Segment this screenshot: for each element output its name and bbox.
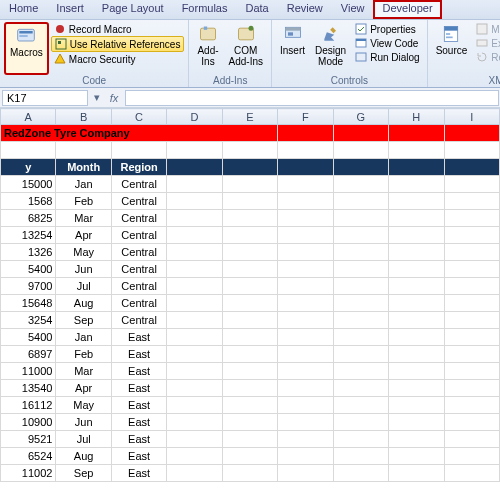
value-cell[interactable]: 1568	[1, 193, 56, 210]
cell[interactable]	[444, 448, 500, 465]
run-dialog-button[interactable]: Run Dialog	[352, 50, 422, 64]
cell[interactable]	[167, 380, 222, 397]
tab-page-layout[interactable]: Page Layout	[93, 0, 173, 19]
value-cell[interactable]: 11002	[1, 465, 56, 482]
region-cell[interactable]: East	[111, 448, 166, 465]
month-cell[interactable]: Aug	[56, 448, 111, 465]
value-cell[interactable]: 11000	[1, 363, 56, 380]
cell[interactable]	[333, 244, 388, 261]
cell[interactable]	[111, 142, 166, 159]
month-cell[interactable]: Jul	[56, 431, 111, 448]
cell[interactable]	[222, 210, 277, 227]
value-cell[interactable]: 6524	[1, 448, 56, 465]
cell[interactable]	[389, 414, 444, 431]
cell[interactable]	[389, 295, 444, 312]
cell[interactable]	[389, 312, 444, 329]
value-cell[interactable]: 3254	[1, 312, 56, 329]
cell[interactable]	[222, 414, 277, 431]
cell[interactable]	[389, 142, 444, 159]
cell[interactable]	[444, 261, 500, 278]
cell[interactable]	[333, 176, 388, 193]
macros-button[interactable]: Macros	[4, 22, 49, 75]
cell[interactable]	[167, 176, 222, 193]
cell[interactable]	[222, 465, 277, 482]
value-cell[interactable]: 6897	[1, 346, 56, 363]
cell[interactable]	[222, 278, 277, 295]
tab-insert[interactable]: Insert	[47, 0, 93, 19]
region-cell[interactable]: East	[111, 329, 166, 346]
value-cell[interactable]: 15648	[1, 295, 56, 312]
cell[interactable]	[333, 142, 388, 159]
table-header[interactable]: Region	[111, 159, 166, 176]
name-box[interactable]: K17	[2, 90, 88, 106]
cell[interactable]	[333, 465, 388, 482]
cell[interactable]	[444, 295, 500, 312]
cell[interactable]	[167, 210, 222, 227]
month-cell[interactable]: Jun	[56, 414, 111, 431]
cell[interactable]	[278, 465, 333, 482]
tab-formulas[interactable]: Formulas	[173, 0, 237, 19]
cell[interactable]	[167, 261, 222, 278]
tab-home[interactable]: Home	[0, 0, 47, 19]
cell[interactable]	[444, 414, 500, 431]
column-header-H[interactable]: H	[389, 109, 444, 125]
region-cell[interactable]: Central	[111, 227, 166, 244]
month-cell[interactable]: Feb	[56, 193, 111, 210]
com-addins-button[interactable]: COM Add-Ins	[225, 22, 267, 75]
cell[interactable]	[278, 363, 333, 380]
cell[interactable]	[167, 414, 222, 431]
region-cell[interactable]: East	[111, 431, 166, 448]
source-button[interactable]: Source	[432, 22, 472, 75]
region-cell[interactable]: Central	[111, 176, 166, 193]
region-cell[interactable]: East	[111, 414, 166, 431]
cell[interactable]	[222, 397, 277, 414]
cell[interactable]	[167, 448, 222, 465]
cell[interactable]	[444, 176, 500, 193]
value-cell[interactable]: 9700	[1, 278, 56, 295]
cell[interactable]	[278, 261, 333, 278]
view-code-button[interactable]: View Code	[352, 36, 422, 50]
region-cell[interactable]: Central	[111, 210, 166, 227]
month-cell[interactable]: Aug	[56, 295, 111, 312]
cell[interactable]	[222, 176, 277, 193]
cell[interactable]	[333, 329, 388, 346]
cell[interactable]	[444, 159, 500, 176]
cell[interactable]	[167, 363, 222, 380]
month-cell[interactable]: Jun	[56, 261, 111, 278]
month-cell[interactable]: Jan	[56, 329, 111, 346]
cell[interactable]	[333, 414, 388, 431]
record-macro-button[interactable]: Record Macro	[51, 22, 185, 36]
cell[interactable]	[167, 329, 222, 346]
cell[interactable]	[333, 193, 388, 210]
column-header-E[interactable]: E	[222, 109, 277, 125]
cell[interactable]	[167, 465, 222, 482]
cell[interactable]	[333, 397, 388, 414]
cell[interactable]	[389, 244, 444, 261]
properties-button[interactable]: Properties	[352, 22, 422, 36]
cell[interactable]	[278, 346, 333, 363]
cell[interactable]	[167, 431, 222, 448]
cell[interactable]	[333, 431, 388, 448]
region-cell[interactable]: East	[111, 397, 166, 414]
cell[interactable]	[278, 244, 333, 261]
cell[interactable]	[389, 380, 444, 397]
cell[interactable]	[222, 448, 277, 465]
cell[interactable]	[167, 244, 222, 261]
cell[interactable]	[278, 329, 333, 346]
cell[interactable]	[278, 312, 333, 329]
cell[interactable]	[389, 193, 444, 210]
value-cell[interactable]: 6825	[1, 210, 56, 227]
month-cell[interactable]: Mar	[56, 363, 111, 380]
cell[interactable]	[389, 176, 444, 193]
cell[interactable]	[278, 210, 333, 227]
cell[interactable]	[278, 193, 333, 210]
region-cell[interactable]: Central	[111, 244, 166, 261]
cell[interactable]	[167, 159, 222, 176]
company-title[interactable]: RedZone Tyre Company	[1, 125, 278, 142]
region-cell[interactable]: Central	[111, 295, 166, 312]
cell[interactable]	[167, 346, 222, 363]
cell[interactable]	[444, 227, 500, 244]
month-cell[interactable]: Apr	[56, 380, 111, 397]
cell[interactable]	[444, 125, 500, 142]
value-cell[interactable]: 15000	[1, 176, 56, 193]
